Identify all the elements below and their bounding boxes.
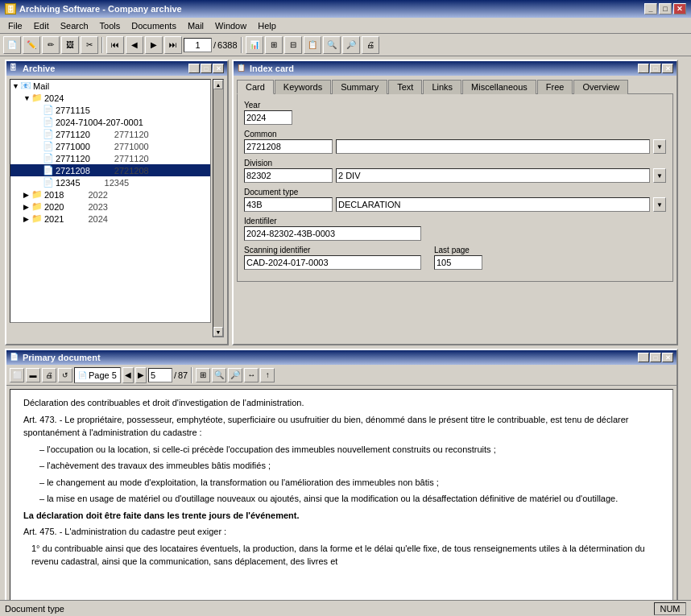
index-title-bar: 📋 Index card _ □ ✕ (234, 61, 677, 76)
doc-tool-rotate[interactable]: ↺ (58, 368, 72, 382)
tab-overview[interactable]: Overview (573, 80, 628, 94)
close-button[interactable]: ✕ (673, 3, 686, 14)
tree-item[interactable]: 📄 12345 12345 (10, 176, 210, 188)
identifier-input[interactable] (244, 226, 421, 241)
tab-miscellaneous[interactable]: Miscellaneous (462, 80, 536, 94)
scrollbar-down[interactable]: ▼ (213, 327, 223, 337)
archive-close[interactable]: ✕ (213, 64, 224, 73)
tool-open[interactable]: ✏️ (23, 36, 40, 54)
menu-file[interactable]: File (3, 19, 27, 32)
tool-edit[interactable]: ✏ (42, 36, 60, 54)
tree-item[interactable]: 📄 2771000 2771000 (10, 140, 210, 152)
archive-minimize[interactable]: _ (188, 64, 200, 73)
menu-mail[interactable]: Mail (183, 19, 209, 32)
doc-page-sep: / (174, 370, 176, 380)
maximize-button[interactable]: □ (659, 3, 672, 14)
index-title: Index card (250, 64, 294, 73)
menu-edit[interactable]: Edit (29, 19, 54, 32)
tool-new[interactable]: 📄 (3, 36, 21, 54)
doc-maximize[interactable]: □ (650, 353, 661, 362)
tab-keywords[interactable]: Keywords (275, 80, 331, 94)
page-number-input[interactable] (184, 38, 212, 52)
menu-documents[interactable]: Documents (126, 19, 181, 32)
tool-prev2[interactable]: ⏮ (106, 36, 124, 54)
common-input[interactable] (244, 139, 333, 154)
doc-content: Déclaration des contribuables et droit d… (10, 389, 673, 616)
doc-tool-width[interactable]: ↔ (244, 368, 259, 382)
menu-window[interactable]: Window (210, 19, 251, 32)
tab-summary[interactable]: Summary (332, 80, 387, 94)
tree-item[interactable]: 📄 2771115 (10, 104, 210, 116)
division-dropdown-btn[interactable]: ▼ (653, 168, 666, 183)
index-close[interactable]: ✕ (662, 64, 673, 73)
tree-item[interactable]: 📄 2771120 2771120 (10, 152, 210, 164)
tool-find[interactable]: 🔎 (342, 36, 360, 54)
common-dropdown-btn[interactable]: ▼ (653, 139, 666, 154)
tool-print[interactable]: 🖨 (362, 36, 379, 54)
tab-links[interactable]: Links (423, 80, 461, 94)
archive-title: Archive (23, 64, 55, 73)
tool-next[interactable]: ▶ (145, 36, 163, 54)
tool-copy[interactable]: 📋 (304, 36, 321, 54)
doctype-dropdown-btn[interactable]: ▼ (653, 197, 666, 212)
index-minimize[interactable]: _ (638, 64, 649, 73)
doc-next-page[interactable]: ▶ (135, 367, 147, 383)
tab-text[interactable]: Text (388, 80, 422, 94)
archive-maximize[interactable]: □ (201, 64, 212, 73)
archive-tree[interactable]: ▼ 📧 Mail ▼ 📁 2024 📄 2771115 📄 2024-71004… (10, 79, 211, 323)
doc-prev-page[interactable]: ◀ (122, 367, 134, 383)
scrollbar-up[interactable]: ▲ (213, 80, 223, 89)
tool-chart[interactable]: 📊 (246, 36, 263, 54)
tree-item[interactable]: ▼ 📧 Mail (10, 80, 210, 92)
tool-prev[interactable]: ◀ (126, 36, 143, 54)
tool-search2[interactable]: 🔍 (323, 36, 341, 54)
tool-scan[interactable]: 🖼 (61, 36, 79, 54)
division-input[interactable] (244, 168, 333, 183)
menu-help[interactable]: Help (253, 19, 281, 32)
doc-page-input[interactable] (148, 368, 172, 382)
doc-tool-1[interactable]: ⬜ (10, 368, 24, 382)
doctype-input[interactable] (244, 197, 333, 212)
tool-table[interactable]: ⊞ (265, 36, 283, 54)
tree-item[interactable]: 📄 2771120 2771120 (10, 128, 210, 140)
doc-tool-up[interactable]: ↑ (260, 368, 275, 382)
doctype-group: Document type ▼ (244, 188, 666, 212)
doc-paragraph: – le changement au mode d'exploitation, … (39, 476, 660, 490)
toolbar-sep-1 (101, 37, 103, 53)
tree-item[interactable]: ▶ 📁 2021 2024 (10, 213, 210, 225)
division-dropdown-input[interactable] (336, 168, 650, 183)
tab-card[interactable]: Card (237, 80, 274, 94)
scanning-input[interactable] (244, 255, 421, 270)
tree-item[interactable]: ▶ 📁 2020 2023 (10, 201, 210, 213)
menu-search[interactable]: Search (56, 19, 93, 32)
doctype-dropdown-input[interactable] (336, 197, 650, 212)
tool-grid[interactable]: ⊟ (284, 36, 302, 54)
index-maximize[interactable]: □ (650, 64, 661, 73)
doc-tool-fit[interactable]: ⊞ (196, 368, 210, 382)
doc-minimize[interactable]: _ (638, 353, 649, 362)
doc-paragraph: 1° du contribuable ainsi que des locatai… (31, 542, 660, 568)
last-page-input[interactable] (434, 255, 482, 270)
tool-delete[interactable]: ✂ (81, 36, 98, 54)
tool-last[interactable]: ⏭ (164, 36, 182, 54)
doc-tool-zoom-in[interactable]: 🔍 (212, 368, 226, 382)
tree-item[interactable]: 📄 2024-71004-207-0001 (10, 116, 210, 128)
status-bar: Document type NUM (0, 600, 691, 616)
minimize-button[interactable]: _ (644, 3, 657, 14)
doc-tool-print[interactable]: 🖨 (42, 368, 56, 382)
tab-free[interactable]: Free (537, 80, 573, 94)
menu-tools[interactable]: Tools (95, 19, 126, 32)
page-total: 6388 (217, 40, 237, 50)
doc-tool-2[interactable]: ▬ (26, 368, 40, 382)
common-extra-input[interactable] (336, 139, 650, 154)
year-input[interactable] (244, 110, 292, 125)
archive-title-bar: 🗄 Archive _ □ ✕ (6, 61, 227, 76)
index-tab-bar: Card Keywords Summary Text Links Miscell… (234, 76, 677, 93)
tree-item[interactable]: ▶ 📁 2018 2022 (10, 188, 210, 201)
menu-bar: File Edit Search Tools Documents Mail Wi… (0, 18, 691, 34)
index-panel: 📋 Index card _ □ ✕ Card Keywords Summary… (232, 60, 678, 345)
doc-tool-zoom-out[interactable]: 🔎 (228, 368, 242, 382)
doc-close[interactable]: ✕ (662, 353, 673, 362)
tree-item[interactable]: 📄 2721208 2721208 (10, 164, 210, 176)
tree-item[interactable]: ▼ 📁 2024 (10, 92, 210, 104)
